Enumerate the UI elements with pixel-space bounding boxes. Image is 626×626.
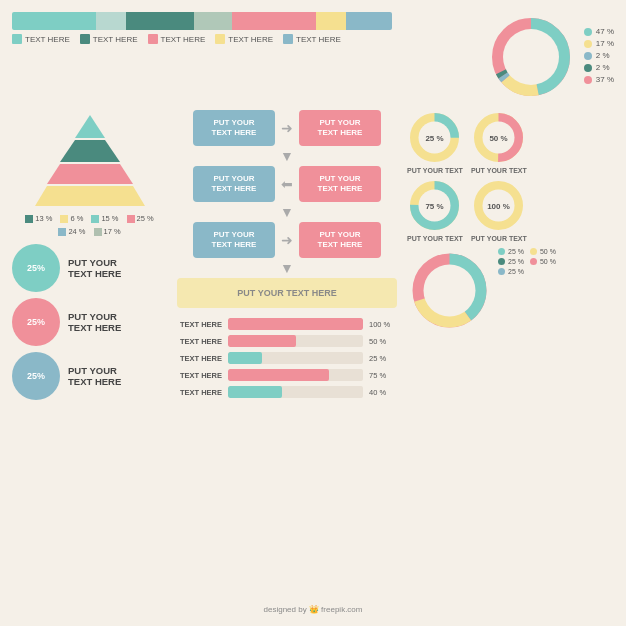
- bar-track-5: [228, 386, 363, 398]
- flow-box-2: PUT YOUR TEXT HERE: [299, 110, 381, 146]
- flow-box-1: PUT YOUR TEXT HERE: [193, 110, 275, 146]
- svg-marker-8: [47, 164, 133, 184]
- badge-percent-2: 25%: [27, 317, 45, 327]
- badge-text-2: PUT YOUR TEXT HERE: [68, 311, 121, 334]
- flow-box-6: PUT YOUR TEXT HERE: [299, 222, 381, 258]
- bar-fill-3: [228, 352, 262, 364]
- bar-label-2: TEXT HERE: [177, 337, 222, 346]
- donut-item-25: 25 % PUT YOUR TEXT: [407, 110, 463, 174]
- pyr-leg-label: 13 %: [35, 214, 52, 223]
- legend-item: TEXT HERE: [215, 34, 273, 44]
- bar-row-4: TEXT HERE 75 %: [177, 369, 397, 381]
- donut-75: 75 %: [407, 178, 462, 233]
- bottom-donut-legend: 25 % 50 % 25 % 50 % 25 %: [498, 248, 556, 275]
- flow-box-5: PUT YOUR TEXT HERE: [193, 222, 275, 258]
- svg-point-28: [424, 265, 476, 317]
- badge-item-3: 25% PUT YOUR TEXT HERE: [12, 352, 167, 400]
- donut-row-1: 25 % PUT YOUR TEXT 50 % PUT YOUR TEXT: [407, 110, 614, 174]
- pyramid-svg: [25, 110, 155, 210]
- donut-item-100: 100 % PUT YOUR TEXT: [471, 178, 527, 242]
- bottom-donut-section: 25 % 50 % 25 % 50 % 25 %: [407, 248, 614, 333]
- badge-percent-1: 25%: [27, 263, 45, 273]
- bdl-label: 25 %: [508, 248, 524, 255]
- bar-track-2: [228, 335, 363, 347]
- large-leg-label: 2 %: [596, 51, 610, 60]
- bdl-label: 50 %: [540, 258, 556, 265]
- svg-text:50 %: 50 %: [490, 134, 508, 143]
- flow-arrow-right-2: ➜: [281, 232, 293, 248]
- legend-item: TEXT HERE: [12, 34, 70, 44]
- svg-marker-6: [75, 115, 105, 138]
- donut-label-75: PUT YOUR TEXT: [407, 235, 463, 242]
- legend-row: TEXT HERE TEXT HERE TEXT HERE TEXT HERE …: [12, 34, 476, 44]
- bar-track-4: [228, 369, 363, 381]
- page-container: TEXT HERE TEXT HERE TEXT HERE TEXT HERE …: [0, 0, 626, 626]
- pyramid-section: 13 % 6 % 15 % 25 % 24 % 17 %: [12, 110, 167, 236]
- bar-row-5: TEXT HERE 40 %: [177, 386, 397, 398]
- bar-pct-1: 100 %: [369, 320, 397, 329]
- donut-100: 100 %: [471, 178, 526, 233]
- donut-label-50: PUT YOUR TEXT: [471, 167, 527, 174]
- pyr-leg-label: 6 %: [70, 214, 83, 223]
- flow-arrow-down-1: ▼: [280, 149, 294, 163]
- legend-label: TEXT HERE: [25, 35, 70, 44]
- bar-fill-5: [228, 386, 282, 398]
- donut-25: 25 %: [407, 110, 462, 165]
- svg-text:75 %: 75 %: [426, 202, 444, 211]
- badge-item-1: 25% PUT YOUR TEXT HERE: [12, 244, 167, 292]
- bar-label-1: TEXT HERE: [177, 320, 222, 329]
- legend-item: TEXT HERE: [148, 34, 206, 44]
- pyramid-legend: 13 % 6 % 15 % 25 % 24 % 17 %: [12, 214, 167, 236]
- flowchart: PUT YOUR TEXT HERE ➜ PUT YOUR TEXT HERE …: [177, 110, 397, 308]
- main-content: 13 % 6 % 15 % 25 % 24 % 17 % 25% PUT YOU…: [12, 110, 614, 595]
- bar-row-2: TEXT HERE 50 %: [177, 335, 397, 347]
- legend-item: TEXT HERE: [80, 34, 138, 44]
- bar-pct-4: 75 %: [369, 371, 397, 380]
- legend-label: TEXT HERE: [228, 35, 273, 44]
- svg-marker-9: [35, 186, 145, 206]
- large-leg-label: 2 %: [596, 63, 610, 72]
- bottom-donut-chart: [407, 248, 492, 333]
- badge-text-1: PUT YOUR TEXT HERE: [68, 257, 121, 280]
- bar-label-3: TEXT HERE: [177, 354, 222, 363]
- large-leg-label: 17 %: [596, 39, 614, 48]
- legend-label: TEXT HERE: [296, 35, 341, 44]
- bdl-label: 50 %: [540, 248, 556, 255]
- badge-text-3: PUT YOUR TEXT HERE: [68, 365, 121, 388]
- svg-text:25 %: 25 %: [426, 134, 444, 143]
- pyr-leg-label: 15 %: [101, 214, 118, 223]
- pyr-leg-label: 25 %: [137, 214, 154, 223]
- flow-arrow-down-2: ▼: [280, 205, 294, 219]
- pyr-leg-label: 17 %: [104, 227, 121, 236]
- bdl-label: 25 %: [508, 258, 524, 265]
- pyr-leg-label: 24 %: [68, 227, 85, 236]
- svg-point-5: [503, 29, 559, 85]
- color-bar: [12, 12, 392, 30]
- bar-label-4: TEXT HERE: [177, 371, 222, 380]
- flow-box-4: PUT YOUR TEXT HERE: [299, 166, 381, 202]
- bar-pct-3: 25 %: [369, 354, 397, 363]
- legend-item: TEXT HERE: [283, 34, 341, 44]
- donut-label-100: PUT YOUR TEXT: [471, 235, 527, 242]
- flow-arrow-left-1: ⬅: [281, 176, 293, 192]
- badge-circle-1: 25%: [12, 244, 60, 292]
- flow-box-3: PUT YOUR TEXT HERE: [193, 166, 275, 202]
- large-donut-section: 47 % 17 % 2 % 2 % 37 %: [486, 12, 614, 102]
- badge-circle-3: 25%: [12, 352, 60, 400]
- large-donut-legend: 47 % 17 % 2 % 2 % 37 %: [584, 12, 614, 84]
- donut-row-2: 75 % PUT YOUR TEXT 100 % PUT YOUR TEXT: [407, 178, 614, 242]
- middle-column: PUT YOUR TEXT HERE ➜ PUT YOUR TEXT HERE …: [177, 110, 397, 595]
- large-donut-chart: [486, 12, 576, 102]
- donut-item-50: 50 % PUT YOUR TEXT: [471, 110, 527, 174]
- badge-section: 25% PUT YOUR TEXT HERE 25% PUT YOUR TEXT…: [12, 244, 167, 400]
- flow-arrow-right-1: ➜: [281, 120, 293, 136]
- badge-circle-2: 25%: [12, 298, 60, 346]
- footer: designed by 👑 freepik.com: [12, 603, 614, 614]
- legend-label: TEXT HERE: [93, 35, 138, 44]
- badge-percent-3: 25%: [27, 371, 45, 381]
- bar-pct-5: 40 %: [369, 388, 397, 397]
- yellow-box: PUT YOUR TEXT HERE: [177, 278, 397, 308]
- bar-track-3: [228, 352, 363, 364]
- bar-fill-4: [228, 369, 329, 381]
- donut-50: 50 %: [471, 110, 526, 165]
